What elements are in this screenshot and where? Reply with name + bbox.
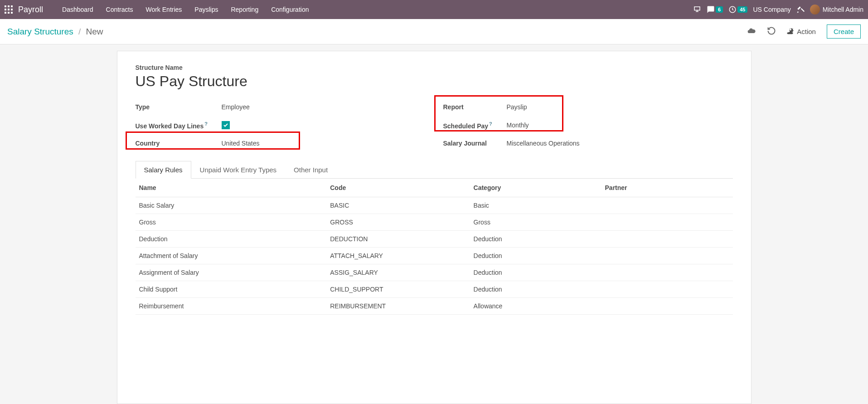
tab-other-input[interactable]: Other Input: [285, 161, 336, 179]
svg-rect-7: [8, 12, 10, 14]
row-scheduled: Scheduled Pay? Monthly: [443, 116, 733, 134]
cell-category: Deduction: [470, 264, 601, 281]
breadcrumb-sep: /: [78, 27, 81, 36]
svg-rect-4: [8, 9, 10, 10]
control-panel: Salary Structures / New Action Create: [0, 19, 868, 44]
nav-reporting[interactable]: Reporting: [224, 0, 265, 19]
table-row[interactable]: Attachment of SalaryATTACH_SALARYDeducti…: [136, 248, 733, 264]
table-row[interactable]: DeductionDEDUCTIONDeduction: [136, 231, 733, 248]
tools-icon[interactable]: [796, 5, 805, 14]
cell-code: REIMBURSEMENT: [326, 298, 470, 315]
action-label: Action: [797, 28, 816, 35]
row-report: Report Payslip: [443, 98, 733, 116]
report-label: Report: [443, 103, 507, 111]
cell-category: Gross: [470, 214, 601, 231]
cell-category: Deduction: [470, 231, 601, 248]
clock-badge: 45: [737, 6, 747, 13]
svg-rect-0: [5, 5, 6, 7]
top-navbar: Payroll Dashboard Contracts Work Entries…: [0, 0, 868, 19]
cell-partner: [601, 231, 733, 248]
tabs: Salary Rules Unpaid Work Entry Types Oth…: [136, 161, 733, 179]
table-row[interactable]: GrossGROSSGross: [136, 214, 733, 231]
cell-name: Gross: [136, 214, 327, 231]
th-name[interactable]: Name: [136, 179, 327, 197]
type-value[interactable]: Employee: [222, 103, 425, 111]
worked-day-label: Use Worked Day Lines?: [136, 121, 222, 130]
nav-menu: Dashboard Contracts Work Entries Payslip…: [56, 0, 315, 19]
tab-unpaid-work[interactable]: Unpaid Work Entry Types: [191, 161, 286, 179]
cell-code: CHILD_SUPPORT: [326, 281, 470, 298]
th-category[interactable]: Category: [470, 179, 601, 197]
structure-name-label: Structure Name: [136, 64, 733, 71]
cell-partner: [601, 264, 733, 281]
cell-partner: [601, 298, 733, 315]
cell-name: Attachment of Salary: [136, 248, 327, 264]
form-col-right: Report Payslip Scheduled Pay? Monthly Sa…: [443, 98, 733, 152]
nav-work-entries[interactable]: Work Entries: [139, 0, 188, 19]
tab-salary-rules[interactable]: Salary Rules: [136, 161, 191, 179]
report-value[interactable]: Payslip: [507, 103, 733, 111]
table-row[interactable]: ReimbursementREIMBURSEMENTAllowance: [136, 298, 733, 315]
structure-name-value[interactable]: US Pay Structure: [136, 73, 733, 90]
user-menu[interactable]: Mitchell Admin: [810, 5, 863, 15]
apps-icon[interactable]: [5, 5, 13, 14]
chat-icon[interactable]: 6: [707, 5, 723, 14]
cell-partner: [601, 197, 733, 214]
cell-category: Deduction: [470, 248, 601, 264]
worked-day-checkbox[interactable]: [222, 121, 230, 129]
action-dropdown[interactable]: Action: [787, 28, 816, 35]
row-journal: Salary Journal Miscellaneous Operations: [443, 134, 733, 152]
company-switcher[interactable]: US Company: [753, 6, 790, 13]
form-col-left: Type Employee Use Worked Day Lines?: [136, 98, 425, 152]
app-name[interactable]: Payroll: [18, 5, 43, 15]
avatar: [810, 5, 820, 15]
cell-name: Assignment of Salary: [136, 264, 327, 281]
help-icon[interactable]: ?: [489, 121, 492, 127]
country-value[interactable]: United States: [222, 140, 425, 147]
breadcrumb: Salary Structures / New: [7, 27, 103, 37]
nav-dashboard[interactable]: Dashboard: [56, 0, 100, 19]
scheduled-value[interactable]: Monthly: [507, 122, 733, 129]
cloud-icon[interactable]: [747, 26, 756, 37]
svg-rect-3: [5, 9, 6, 10]
nav-contracts[interactable]: Contracts: [100, 0, 140, 19]
cell-category: Deduction: [470, 281, 601, 298]
phone-icon[interactable]: [693, 5, 701, 14]
table-row[interactable]: Child SupportCHILD_SUPPORTDeduction: [136, 281, 733, 298]
undo-icon[interactable]: [767, 26, 776, 37]
user-name: Mitchell Admin: [823, 6, 863, 13]
table-row[interactable]: Basic SalaryBASICBasic: [136, 197, 733, 214]
nav-payslips[interactable]: Payslips: [188, 0, 224, 19]
scheduled-label-text: Scheduled Pay: [443, 122, 489, 129]
th-partner[interactable]: Partner: [601, 179, 733, 197]
help-icon[interactable]: ?: [204, 121, 208, 127]
journal-value[interactable]: Miscellaneous Operations: [507, 140, 733, 147]
breadcrumb-current: New: [86, 27, 103, 36]
svg-rect-6: [5, 12, 6, 14]
breadcrumb-root[interactable]: Salary Structures: [7, 27, 73, 36]
cell-code: GROSS: [326, 214, 470, 231]
cell-code: DEDUCTION: [326, 231, 470, 248]
cell-category: Basic: [470, 197, 601, 214]
cell-partner: [601, 281, 733, 298]
main-area: Structure Name US Pay Structure Type Emp…: [0, 44, 868, 404]
cell-code: ATTACH_SALARY: [326, 248, 470, 264]
scheduled-label: Scheduled Pay?: [443, 121, 507, 130]
country-label: Country: [136, 140, 222, 147]
th-code[interactable]: Code: [326, 179, 470, 197]
cell-partner: [601, 214, 733, 231]
cell-name: Reimbursement: [136, 298, 327, 315]
create-button[interactable]: Create: [827, 24, 861, 39]
clock-icon[interactable]: 45: [728, 5, 747, 14]
journal-label: Salary Journal: [443, 140, 507, 147]
chat-badge: 6: [716, 6, 723, 13]
table-row[interactable]: Assignment of SalaryASSIG_SALARYDeductio…: [136, 264, 733, 281]
cell-partner: [601, 248, 733, 264]
cell-name: Deduction: [136, 231, 327, 248]
nav-configuration[interactable]: Configuration: [265, 0, 315, 19]
svg-rect-1: [8, 5, 10, 7]
cell-name: Basic Salary: [136, 197, 327, 214]
worked-day-label-text: Use Worked Day Lines: [136, 122, 204, 129]
row-type: Type Employee: [136, 98, 425, 116]
table-header-row: Name Code Category Partner: [136, 179, 733, 197]
